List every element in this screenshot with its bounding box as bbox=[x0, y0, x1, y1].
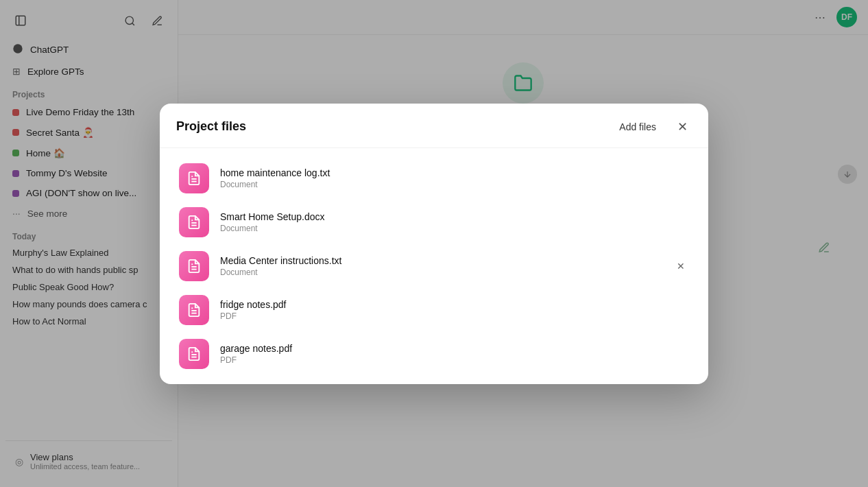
file-item-file2[interactable]: Smart Home Setup.docx Document ✕ bbox=[173, 200, 695, 244]
file-item-file5[interactable]: garage notes.pdf PDF ✕ bbox=[173, 332, 695, 376]
file-info-file5: garage notes.pdf PDF bbox=[220, 343, 662, 365]
file-name-file2: Smart Home Setup.docx bbox=[220, 211, 662, 222]
project-files-modal: Project files Add files ✕ home maintenan… bbox=[160, 104, 708, 384]
file-type-file1: Document bbox=[220, 180, 662, 189]
file-name-file4: fridge notes.pdf bbox=[220, 299, 662, 310]
file-type-file5: PDF bbox=[220, 355, 662, 365]
add-files-button[interactable]: Add files bbox=[614, 119, 662, 135]
file-info-file3: Media Center instructions.txt Document bbox=[220, 255, 662, 277]
file-info-file2: Smart Home Setup.docx Document bbox=[220, 211, 662, 233]
file-type-file3: Document bbox=[220, 268, 662, 277]
file-type-file2: Document bbox=[220, 224, 662, 233]
file-icon-file3 bbox=[179, 251, 209, 281]
file-icon-file5 bbox=[179, 339, 209, 369]
file-item-file3[interactable]: Media Center instructions.txt Document ✕ bbox=[173, 244, 695, 288]
file-icon-file2 bbox=[179, 207, 209, 237]
modal-close-button[interactable]: ✕ bbox=[673, 117, 692, 136]
file-icon-file4 bbox=[179, 295, 209, 325]
file-item-file1[interactable]: home maintenance log.txt Document ✕ bbox=[173, 156, 695, 200]
file-type-file4: PDF bbox=[220, 311, 662, 321]
file-info-file4: fridge notes.pdf PDF bbox=[220, 299, 662, 321]
file-icon-file1 bbox=[179, 163, 209, 193]
modal-header: Project files Add files ✕ bbox=[160, 104, 708, 148]
modal-body: home maintenance log.txt Document ✕ Smar… bbox=[160, 148, 708, 384]
file-name-file1: home maintenance log.txt bbox=[220, 167, 662, 178]
file-name-file3: Media Center instructions.txt bbox=[220, 255, 662, 266]
files-list: home maintenance log.txt Document ✕ Smar… bbox=[173, 156, 695, 376]
file-remove-file3[interactable]: ✕ bbox=[673, 258, 689, 274]
modal-title: Project files bbox=[176, 119, 246, 134]
modal-overlay[interactable]: Project files Add files ✕ home maintenan… bbox=[0, 0, 868, 487]
file-item-file4[interactable]: fridge notes.pdf PDF ✕ bbox=[173, 288, 695, 332]
modal-header-right: Add files ✕ bbox=[614, 117, 692, 136]
file-info-file1: home maintenance log.txt Document bbox=[220, 167, 662, 189]
file-name-file5: garage notes.pdf bbox=[220, 343, 662, 354]
